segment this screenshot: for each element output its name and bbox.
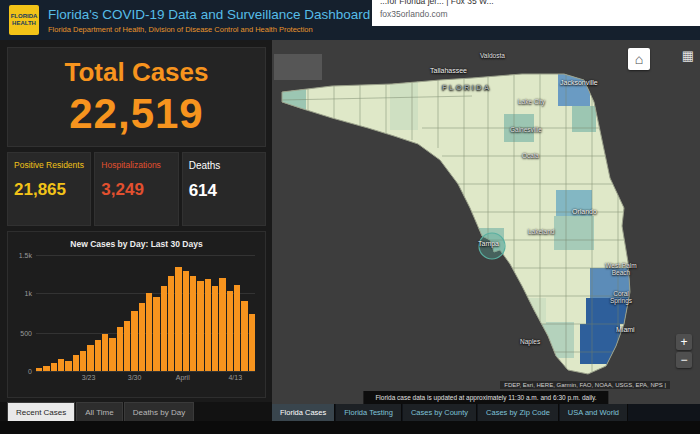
chart-plot-area: 1.5k1k5000: [36, 255, 255, 371]
tab-all-time[interactable]: All Time: [76, 402, 122, 421]
stat-label: Deaths: [189, 160, 259, 171]
tab-florida-cases[interactable]: Florida Cases: [272, 404, 335, 421]
browser-tooltip-url: fox35orlando.com: [380, 9, 692, 19]
chart-bar[interactable]: [131, 311, 137, 371]
doh-logo-line1: FLORIDA: [11, 13, 38, 20]
chart-bar[interactable]: [65, 361, 71, 371]
chart-bar[interactable]: [234, 285, 240, 371]
chart-bar[interactable]: [161, 286, 167, 371]
florida-map-svg[interactable]: [272, 40, 700, 404]
map-attribution: FDEP, Esri, HERE, Garmin, FAO, NOAA, USG…: [500, 381, 670, 389]
page-subtitle: Florida Department of Health, Division o…: [48, 25, 370, 34]
x-axis-tick-label: April: [176, 374, 190, 381]
map-city-label: Orlando: [572, 208, 597, 215]
basemap-neighbor-patch: [274, 54, 322, 80]
stat-value: 21,865: [14, 180, 84, 200]
apps-grid-icon: ▦: [682, 48, 694, 63]
y-axis-tick-label: 0: [10, 368, 32, 375]
map-panel[interactable]: ValdostaTallahasseeFLORIDAJacksonvilleLa…: [272, 40, 700, 404]
chart-bar[interactable]: [190, 276, 196, 372]
y-axis-tick-label: 500: [10, 329, 32, 336]
map-tab-bar: Florida Cases Florida Testing Cases by C…: [272, 404, 700, 421]
doh-logo: FLORIDA HEALTH: [9, 5, 39, 35]
stat-deaths: Deaths 614: [182, 152, 266, 226]
chart-x-axis: 3/233/30April4/13: [36, 373, 255, 387]
browser-tooltip-headline: ...for Florida jer... | Fox 35 W...: [380, 0, 692, 6]
map-city-label: Lake City: [518, 98, 545, 105]
state-label: FLORIDA: [442, 83, 492, 92]
chart-title: New Cases by Day: Last 30 Days: [8, 239, 265, 249]
total-cases-title: Total Cases: [8, 57, 265, 88]
chart-bar[interactable]: [212, 286, 218, 371]
chart-bar[interactable]: [102, 334, 108, 371]
tab-cases-by-zip-code[interactable]: Cases by Zip Code: [478, 404, 559, 421]
map-city-label: West Palm Beach: [602, 262, 640, 277]
chart-bar[interactable]: [219, 278, 225, 371]
map-city-label: Jacksonville: [560, 79, 598, 86]
y-axis-tick-label: 1.5k: [10, 252, 32, 259]
chart-bar[interactable]: [73, 355, 79, 371]
map-city-label: Miami: [616, 326, 635, 333]
chart-bar[interactable]: [58, 359, 64, 371]
new-cases-chart-panel: New Cases by Day: Last 30 Days 1.5k1k500…: [7, 231, 266, 398]
stat-label: Positive Residents: [14, 160, 84, 170]
chart-bar[interactable]: [43, 366, 49, 371]
x-axis-tick-label: 3/23: [82, 374, 96, 381]
map-city-label: Naples: [520, 338, 540, 345]
browser-tooltip: ...for Florida jer... | Fox 35 W... fox3…: [372, 0, 700, 26]
tab-usa-and-world[interactable]: USA and World: [560, 404, 628, 421]
chart-bar[interactable]: [146, 293, 152, 371]
map-zoom-controls: + −: [676, 334, 692, 368]
stats-row: Positive Residents 21,865 Hospitalizatio…: [7, 152, 266, 226]
tab-florida-testing[interactable]: Florida Testing: [336, 404, 402, 421]
chart-bar[interactable]: [241, 301, 247, 371]
chart-bar[interactable]: [95, 340, 101, 371]
gridline: [36, 371, 255, 372]
map-city-label: Valdosta: [480, 52, 505, 59]
basemap-apps-button[interactable]: ▦: [679, 46, 697, 64]
tab-deaths-by-day[interactable]: Deaths by Day: [124, 402, 194, 421]
map-city-label: Coral Springs: [602, 290, 640, 305]
dashboard-root: FLORIDA HEALTH Florida's COVID-19 Data a…: [0, 0, 700, 434]
chart-bar[interactable]: [139, 303, 145, 371]
x-axis-tick-label: 3/30: [128, 374, 142, 381]
chart-bar[interactable]: [168, 276, 174, 371]
chart-bar[interactable]: [36, 368, 42, 371]
zoom-out-button[interactable]: −: [676, 352, 692, 368]
y-axis-tick-label: 1k: [10, 290, 32, 297]
chart-bar[interactable]: [51, 363, 57, 371]
chart-bar[interactable]: [80, 351, 86, 371]
map-city-label: Tallahassee: [430, 67, 467, 74]
chart-bar[interactable]: [153, 297, 159, 371]
chart-bar[interactable]: [117, 327, 123, 371]
chart-bar[interactable]: [227, 291, 233, 371]
doh-logo-line2: HEALTH: [12, 20, 36, 27]
chart-bar[interactable]: [249, 314, 255, 371]
x-axis-tick-label: 4/13: [228, 374, 242, 381]
chart-bar[interactable]: [124, 321, 130, 371]
map-city-label: Lakeland: [528, 228, 554, 235]
zoom-in-button[interactable]: +: [676, 334, 692, 350]
total-cases-panel: Total Cases 22,519: [7, 47, 266, 147]
tab-cases-by-county[interactable]: Cases by County: [403, 404, 477, 421]
map-city-label: Gainesville: [510, 126, 542, 133]
bottom-strip: [0, 421, 700, 434]
map-city-label: Ocala: [522, 152, 539, 159]
chart-bar[interactable]: [205, 279, 211, 371]
home-icon: ⌂: [635, 51, 643, 67]
chart-bar[interactable]: [175, 267, 181, 371]
page-title: Florida's COVID-19 Data and Surveillance…: [48, 7, 370, 22]
stat-hospitalizations: Hospitalizations 3,249: [94, 152, 178, 226]
chart-bar[interactable]: [183, 271, 189, 371]
map-city-label: Tampa: [478, 240, 499, 247]
bar-series: [36, 255, 255, 371]
chart-bar[interactable]: [109, 338, 115, 371]
map-update-note: Florida case data is updated at approxim…: [363, 391, 608, 404]
map-home-button[interactable]: ⌂: [628, 48, 650, 70]
chart-bar[interactable]: [197, 281, 203, 371]
tab-recent-cases[interactable]: Recent Cases: [7, 402, 75, 421]
chart-bar[interactable]: [87, 345, 93, 371]
stat-value: 614: [189, 181, 259, 201]
stat-label: Hospitalizations: [101, 160, 171, 170]
header-titles: Florida's COVID-19 Data and Surveillance…: [48, 7, 370, 34]
